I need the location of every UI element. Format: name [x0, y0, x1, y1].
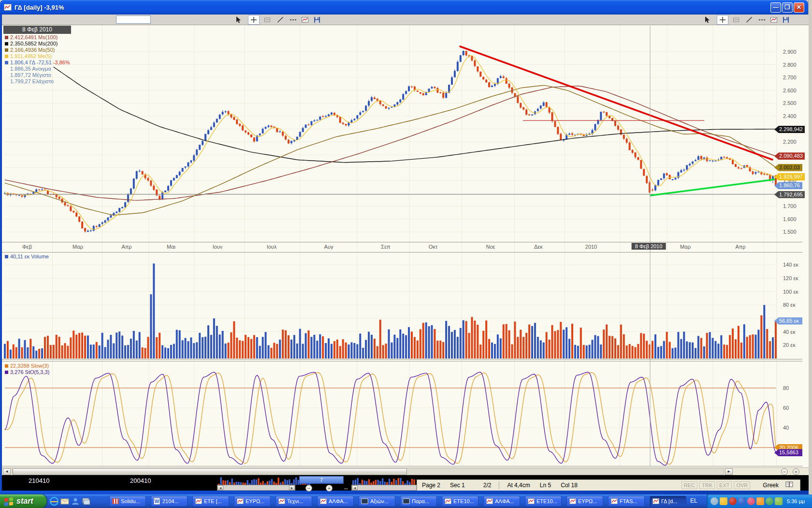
- taskbar-button-3[interactable]: ΕΤΕ [...: [192, 496, 229, 507]
- taskbar-button-6[interactable]: ΑΛΦΑ...: [317, 496, 354, 507]
- taskbar-button-2[interactable]: W2104...: [151, 496, 188, 507]
- update-ring-icon[interactable]: [766, 497, 773, 505]
- chart-tool[interactable]: [299, 15, 311, 25]
- maximize-button[interactable]: ❐: [782, 2, 793, 13]
- chart-area: 8 Φεβ 20102.412,6491 Ms(100)2.350,5852 M…: [2, 25, 809, 467]
- security-shield-icon[interactable]: [720, 497, 727, 505]
- taskbar-button-9[interactable]: ΕΤΕ10...: [442, 496, 478, 507]
- status-column: Col 18: [556, 482, 582, 489]
- taskbar-button-4[interactable]: ΕΥΡΩ...: [234, 496, 271, 507]
- window-border-bottom: [0, 491, 809, 494]
- ie-icon[interactable]: [49, 496, 59, 506]
- crosshair-tool[interactable]: [717, 15, 728, 25]
- msn-butterfly-icon[interactable]: [756, 497, 764, 505]
- line-tool[interactable]: [275, 15, 286, 25]
- save-tool[interactable]: [780, 15, 792, 25]
- region-tool[interactable]: [261, 15, 273, 25]
- app-chart-icon: [4, 4, 12, 11]
- taskbar-button-11[interactable]: ΕΤΕ10...: [525, 496, 562, 507]
- chart-icon: [195, 498, 202, 505]
- show-desktop-icon[interactable]: [81, 496, 91, 506]
- scrollbar-thumb[interactable]: [13, 468, 407, 475]
- status-at: At 4,4cm: [502, 482, 535, 489]
- scroll-left-button[interactable]: ◄: [3, 468, 11, 475]
- line-tool[interactable]: [743, 15, 755, 25]
- window-title: ΓΔ [daily] -3,91%: [14, 4, 64, 11]
- blocked-sign-icon[interactable]: [729, 497, 737, 505]
- language-indicator[interactable]: EL: [690, 497, 697, 504]
- sheet-thumbnail-2[interactable]: [351, 476, 417, 485]
- thumbnail-scrollbar-2[interactable]: ◄: [351, 485, 417, 491]
- close-button[interactable]: ✕: [794, 2, 804, 13]
- monitor-icon: [403, 498, 410, 505]
- sheet-thumbnail-1[interactable]: [217, 476, 312, 485]
- taskbar-button-10[interactable]: ΑΛΦΑ...: [483, 496, 520, 507]
- status-fraction: 2/2: [478, 482, 496, 489]
- solid-icon: [112, 498, 119, 505]
- status-rec-toggle[interactable]: REC: [682, 481, 697, 489]
- dashed-line-tool[interactable]: [287, 15, 299, 25]
- region-tool[interactable]: [730, 15, 742, 25]
- zoom-out-button[interactable]: −: [781, 468, 788, 475]
- pointer-tool[interactable]: [702, 15, 713, 25]
- sheet-zoom-in-button[interactable]: +: [326, 485, 333, 492]
- status-ovr-toggle[interactable]: OVR: [734, 481, 750, 489]
- chart-icon: [278, 498, 285, 505]
- start-button[interactable]: start: [0, 494, 46, 508]
- sheet-zoom-out-button[interactable]: −: [305, 485, 312, 492]
- chart-icon: [444, 498, 451, 505]
- taskbar-button-13[interactable]: FTAS...: [608, 496, 645, 507]
- taskbar-button-1[interactable]: Solidu...: [109, 496, 146, 507]
- heart-icon[interactable]: [747, 497, 755, 505]
- pointer-tool[interactable]: [233, 15, 245, 25]
- taskbar-button-7[interactable]: Αξιών...: [359, 496, 395, 507]
- status-ext-toggle[interactable]: EXT: [717, 481, 732, 489]
- scroll-right-button[interactable]: ►: [725, 468, 733, 475]
- status-page: Page 2: [417, 482, 445, 489]
- resize-handle-icon[interactable]: ↔: [343, 484, 349, 491]
- window-titlebar[interactable]: ΓΔ [daily] -3,91% — ❐ ✕: [0, 0, 808, 15]
- taskbar-button-12[interactable]: ΕΥΡΩ...: [566, 496, 603, 507]
- crosshair-tool[interactable]: [248, 15, 260, 25]
- symbol-input[interactable]: [116, 15, 151, 24]
- taskbar-button-14[interactable]: ΓΔ [d...: [650, 496, 686, 507]
- messenger-icon[interactable]: [71, 496, 80, 506]
- taskbar-clock[interactable]: 5:36 μμ: [787, 498, 805, 504]
- dashed-line-tool[interactable]: [756, 15, 768, 25]
- chart-icon: [610, 498, 618, 505]
- bottom-strip: 210410 200410 ◄► 7 − + ↔ ◄ Page 2 Sec 1 …: [2, 475, 809, 491]
- chart-tool[interactable]: [768, 15, 780, 25]
- chart-icon: [652, 498, 659, 505]
- taskbar: start Solidu...W2104...ΕΤΕ [...ΕΥΡΩ...Τε…: [0, 494, 812, 508]
- mail-icon[interactable]: [60, 496, 70, 506]
- sheet-number-badge[interactable]: 7: [299, 476, 344, 484]
- background-window-edge: [808, 0, 812, 494]
- chart-icon: [527, 498, 535, 505]
- taskbar-button-5[interactable]: Τεχνι...: [276, 496, 312, 507]
- chart-icon: [486, 498, 493, 505]
- desktop: ΓΔ [daily] -3,91% — ❐ ✕ 8 Φεβ 20102.412,…: [0, 0, 812, 508]
- chart-hscrollbar: ◄ ► − +: [2, 467, 809, 475]
- taskbar-button-8[interactable]: Παρα...: [400, 496, 437, 507]
- spellcheck-book-icon: [785, 481, 794, 489]
- program-blue-icon[interactable]: [738, 497, 746, 505]
- date-code-right: 200410: [130, 477, 151, 484]
- status-trk-toggle[interactable]: TRK: [699, 481, 715, 489]
- thumbnail-scrollbar-1[interactable]: ◄►: [217, 485, 295, 491]
- status-language[interactable]: Greek: [758, 482, 783, 489]
- chart-icon: [319, 498, 327, 505]
- messenger-person-icon[interactable]: [710, 497, 718, 505]
- chart-icon: [569, 498, 576, 505]
- zoom-in-button[interactable]: +: [793, 468, 799, 475]
- graphics-leaf-icon[interactable]: [775, 497, 783, 505]
- date-code-left: 210410: [29, 477, 49, 484]
- monitor-icon: [361, 498, 368, 505]
- chart-canvas[interactable]: [2, 25, 809, 467]
- chart-toolbar: [2, 15, 809, 25]
- start-label: start: [16, 497, 33, 506]
- minimize-button[interactable]: —: [770, 2, 781, 13]
- word-icon: W: [153, 498, 160, 505]
- save-tool[interactable]: [311, 15, 323, 25]
- chart-icon: [236, 498, 244, 505]
- system-tray: 5:36 μμ: [707, 494, 812, 508]
